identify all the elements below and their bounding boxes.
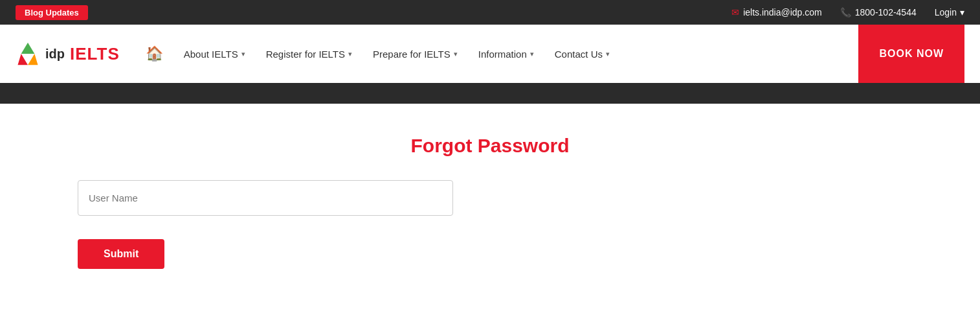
email-icon: ✉ [731, 7, 739, 17]
chevron-down-icon: ▾ [454, 50, 458, 58]
nav-separator [0, 83, 980, 104]
submit-button[interactable]: Submit [78, 239, 164, 269]
top-bar: Blog Updates ✉ ielts.india@idp.com 📞 180… [0, 0, 980, 25]
nav-item-contact-us[interactable]: Contact Us ▾ [546, 43, 619, 65]
nav-label-about-ielts: About IELTS [184, 49, 238, 60]
nav-item-information[interactable]: Information ▾ [469, 43, 543, 65]
nav-item-about-ielts[interactable]: About IELTS ▾ [175, 43, 254, 65]
chevron-down-icon: ▾ [960, 7, 964, 17]
chevron-down-icon: ▾ [530, 50, 534, 58]
chevron-down-icon: ▾ [241, 50, 245, 58]
nav-item-register-for-ielts[interactable]: Register for IELTS ▾ [257, 43, 361, 65]
main-content: Forgot Password Submit [0, 104, 980, 324]
username-input[interactable] [78, 180, 453, 216]
nav-label-prepare-for-ielts: Prepare for IELTS [373, 49, 451, 60]
logo-ielts-text: IELTS [70, 44, 120, 64]
blog-updates-badge[interactable]: Blog Updates [16, 5, 88, 20]
book-now-button[interactable]: BOOK NOW [858, 25, 964, 83]
svg-marker-1 [17, 54, 28, 65]
nav-bar: idp IELTS 🏠 About IELTS ▾ Register for I… [0, 25, 980, 83]
svg-marker-0 [21, 43, 35, 54]
username-form-group [78, 180, 453, 216]
svg-marker-2 [28, 54, 38, 65]
nav-links: About IELTS ▾ Register for IELTS ▾ Prepa… [175, 43, 859, 65]
email-contact: ✉ ielts.india@idp.com [731, 7, 822, 17]
phone-icon: 📞 [840, 7, 851, 17]
page-title: Forgot Password [78, 135, 902, 157]
home-icon[interactable]: 🏠 [146, 45, 163, 62]
logo-link[interactable]: idp IELTS [16, 41, 120, 66]
nav-label-register-for-ielts: Register for IELTS [266, 49, 345, 60]
phone-contact: 📞 1800-102-4544 [840, 7, 917, 17]
logo-idp-text: idp [45, 47, 65, 62]
nav-label-information: Information [478, 49, 527, 60]
login-button[interactable]: Login ▾ [935, 7, 964, 17]
nav-item-prepare-for-ielts[interactable]: Prepare for IELTS ▾ [364, 43, 467, 65]
logo-icon [16, 41, 40, 66]
chevron-down-icon: ▾ [606, 50, 610, 58]
nav-label-contact-us: Contact Us [555, 49, 603, 60]
chevron-down-icon: ▾ [348, 50, 352, 58]
